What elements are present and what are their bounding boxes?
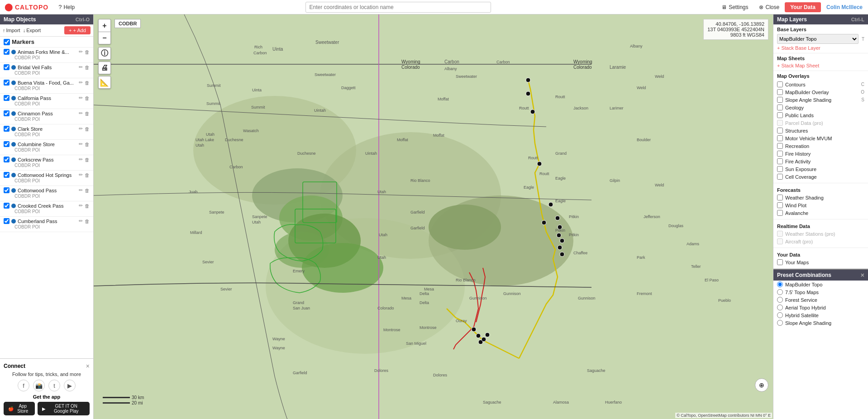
overlay-checkbox[interactable] — [777, 112, 783, 118]
overlay-checkbox[interactable] — [777, 97, 783, 103]
object-edit-button[interactable]: ✏ — [79, 49, 83, 55]
svg-text:Colorado: Colorado — [377, 306, 394, 310]
preset-radio[interactable] — [777, 289, 783, 295]
object-checkbox[interactable] — [4, 49, 10, 55]
preset-label[interactable]: Hybrid Satellite — [785, 313, 819, 318]
search-input[interactable] — [305, 2, 491, 13]
object-checkbox[interactable] — [4, 95, 10, 101]
topbar: ⬤ CALTOPO ? Help 🖥 Settings ⊗ Close Your… — [0, 0, 868, 14]
settings-button[interactable]: 🖥 Settings — [716, 4, 754, 10]
object-checkbox[interactable] — [4, 218, 10, 224]
user-name[interactable]: Colin McIllece — [821, 4, 868, 10]
overlay-checkbox[interactable] — [777, 174, 783, 180]
your-data-checkbox[interactable] — [777, 259, 783, 265]
your-data-button[interactable]: Your Data — [785, 2, 821, 12]
stack-base-layer-link[interactable]: + Stack Base Layer — [777, 45, 864, 51]
object-checkbox[interactable] — [4, 141, 10, 147]
logo[interactable]: ⬤ CALTOPO — [0, 3, 53, 11]
zoom-in-button[interactable]: + — [98, 19, 111, 32]
google-play-button[interactable]: ▶ GET IT ON Google Play — [38, 402, 90, 415]
facebook-icon[interactable]: f — [18, 380, 29, 391]
help-button[interactable]: ? Help — [53, 4, 80, 10]
object-delete-button[interactable]: 🗑 — [85, 80, 90, 86]
app-store-button[interactable]: 🍎 App Store — [4, 402, 35, 415]
overlay-checkbox[interactable] — [777, 158, 783, 164]
object-delete-button[interactable]: 🗑 — [85, 188, 90, 193]
stack-map-sheet-link[interactable]: + Stack Map Sheet — [777, 63, 864, 68]
map-controls: + − ⓘ 🖨 📐 — [98, 19, 111, 89]
preset-label[interactable]: Slope Angle Shading — [785, 320, 831, 326]
overlay-checkbox[interactable] — [777, 105, 783, 110]
preset-radio[interactable] — [777, 297, 783, 303]
preset-label[interactable]: Forest Service — [785, 297, 817, 303]
forecast-checkbox[interactable] — [777, 202, 783, 208]
close-button[interactable]: ⊗ Close — [754, 4, 785, 10]
object-delete-button[interactable]: 🗑 — [85, 95, 90, 101]
ruler-button[interactable]: 📐 — [98, 76, 111, 89]
object-edit-button[interactable]: ✏ — [79, 141, 83, 147]
preset-label[interactable]: Aerial Topo Hybrid — [785, 305, 826, 310]
object-edit-button[interactable]: ✏ — [79, 64, 83, 70]
realtime-section: Realtime Data Weather Stations (pro) Air… — [773, 219, 868, 248]
object-checkbox[interactable] — [4, 187, 10, 193]
object-delete-button[interactable]: 🗑 — [85, 49, 90, 55]
map-area[interactable]: Wyoming Colorado Wyoming Colorado Uinta … — [94, 14, 773, 419]
object-checkbox[interactable] — [4, 110, 10, 116]
object-edit-button[interactable]: ✏ — [79, 126, 83, 132]
object-edit-button[interactable]: ✏ — [79, 95, 83, 101]
tumblr-icon[interactable]: t — [48, 380, 60, 391]
youtube-icon[interactable]: ▶ — [64, 380, 76, 391]
overlay-checkbox[interactable] — [777, 166, 783, 172]
object-edit-button[interactable]: ✏ — [79, 172, 83, 178]
base-layer-select[interactable]: MapBuilder Topo MapBuilder Overlay Aeria… — [777, 34, 858, 44]
preset-label[interactable]: 7.5' Topo Maps — [785, 290, 819, 295]
forecast-checkbox[interactable] — [777, 195, 783, 200]
object-checkbox[interactable] — [4, 157, 10, 162]
navigation-target[interactable]: ⊕ — [755, 378, 768, 392]
overlay-checkbox[interactable] — [777, 128, 783, 133]
object-delete-button[interactable]: 🗑 — [85, 126, 90, 132]
object-delete-button[interactable]: 🗑 — [85, 142, 90, 147]
object-edit-button[interactable]: ✏ — [79, 110, 83, 116]
object-delete-button[interactable]: 🗑 — [85, 157, 90, 162]
overlay-checkbox[interactable] — [777, 89, 783, 95]
object-checkbox[interactable] — [4, 203, 10, 209]
object-edit-button[interactable]: ✏ — [79, 157, 83, 162]
object-delete-button[interactable]: 🗑 — [85, 65, 90, 70]
object-delete-button[interactable]: 🗑 — [85, 172, 90, 178]
instagram-icon[interactable]: 📸 — [33, 380, 45, 391]
overlay-checkbox[interactable] — [777, 143, 783, 149]
overlay-checkbox[interactable] — [777, 81, 783, 87]
object-checkbox[interactable] — [4, 172, 10, 178]
object-edit-button[interactable]: ✏ — [79, 80, 83, 86]
preset-radio[interactable] — [777, 312, 783, 318]
object-delete-button[interactable]: 🗑 — [85, 219, 90, 224]
object-edit-button[interactable]: ✏ — [79, 203, 83, 209]
object-checkbox[interactable] — [4, 64, 10, 70]
svg-text:Saguache: Saguache — [483, 400, 501, 405]
svg-text:Laramie: Laramie — [610, 65, 626, 70]
preset-close-button[interactable]: × — [861, 271, 864, 279]
forecast-checkbox[interactable] — [777, 210, 783, 216]
object-edit-button[interactable]: ✏ — [79, 218, 83, 224]
preset-radio[interactable] — [777, 281, 783, 287]
add-button[interactable]: + + Add — [64, 26, 91, 34]
overlay-checkbox[interactable] — [777, 135, 783, 141]
connect-close-button[interactable]: × — [86, 362, 90, 370]
object-checkbox[interactable] — [4, 80, 10, 86]
object-checkbox[interactable] — [4, 126, 10, 132]
preset-label[interactable]: MapBuilder Topo — [785, 282, 822, 287]
preset-radio[interactable] — [777, 320, 783, 326]
import-button[interactable]: ↑ Import — [3, 28, 20, 33]
preset-radio[interactable] — [777, 305, 783, 310]
object-delete-button[interactable]: 🗑 — [85, 111, 90, 116]
markers-checkbox[interactable] — [4, 39, 10, 45]
object-edit-button[interactable]: ✏ — [79, 187, 83, 193]
overlay-checkbox[interactable] — [777, 151, 783, 157]
export-button[interactable]: ↓ Export — [23, 28, 41, 33]
codbr-badge[interactable]: CODBR — [114, 19, 141, 28]
zoom-out-button[interactable]: − — [98, 32, 111, 44]
print-button[interactable]: 🖨 — [98, 62, 111, 74]
info-button[interactable]: ⓘ — [98, 47, 111, 60]
object-delete-button[interactable]: 🗑 — [85, 203, 90, 209]
